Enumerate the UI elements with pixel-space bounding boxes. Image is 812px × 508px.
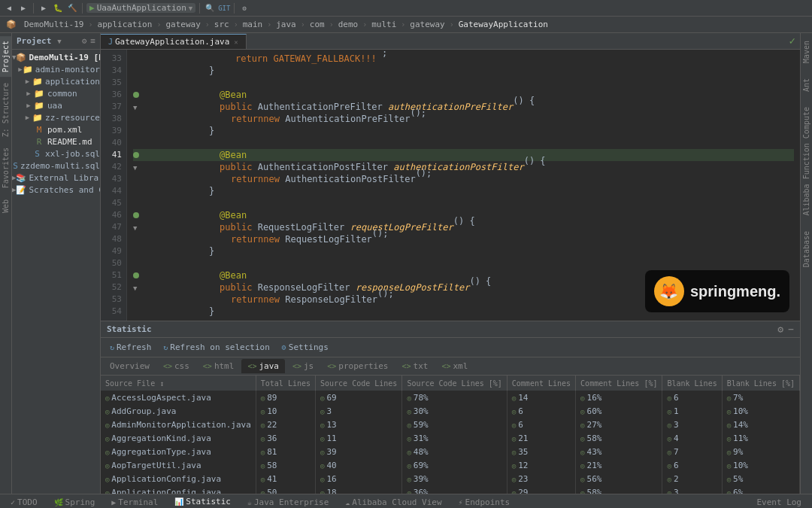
left-icon-favorites[interactable]: Favorites [0,143,11,193]
stat-tab-js[interactable]: <> js [286,359,320,373]
tree-item-zz-resource[interactable]: ▶ 📁 zz-resource [12,111,100,123]
bottom-tab-todo[interactable]: ✓ TODO [5,496,44,508]
top-toolbar: ◀ ▶ ▶ 🐛 🔨 ▶ UaaAuthApplication ▼ 🔍 GIT ⚙ [0,0,812,17]
line-36: 36 [101,89,126,101]
stat-tab-css[interactable]: <> css [157,359,195,373]
cell-comment-pct: ◎60% [576,404,662,418]
side-icon-alibaba[interactable]: Alibaba Function Compute [801,102,812,221]
gutter-36 [133,89,144,101]
tree-item-scratches[interactable]: ▶ 📝 Scratches and Consoles [12,184,100,196]
cell-comment: ◎35 [507,445,575,458]
breadcrumb-demomulti[interactable]: 📦 [3,19,20,30]
line-37: 37 [101,101,126,113]
breadcrumb-main[interactable]: main [240,19,266,30]
toolbar-icon-git[interactable]: GIT [218,2,230,14]
cell-total: ◎89 [256,391,315,404]
project-tree: ▼ 📦 DemoMulti-19 [DemoMulti] ~/Desktop/D… [12,50,100,494]
toolbar-icon-search[interactable]: 🔍 [204,2,216,14]
tree-item-readme[interactable]: R README.md [12,135,100,148]
toolbar-icon-build[interactable]: 🔨 [66,2,78,14]
stat-tab-java[interactable]: <> java [241,359,285,373]
sort-icon[interactable]: ≡ [90,36,95,46]
breadcrumb-gatewayapp[interactable]: GatewayApplication [456,19,551,30]
tree-item-zzdemo-sql[interactable]: S zzdemo-multi.sql [12,160,100,172]
breadcrumb-demomulti-label[interactable]: DemoMulti-19 [21,19,86,30]
tree-item-application[interactable]: ▶ 📁 application [12,75,100,87]
bottom-tab-statistic[interactable]: 📊 Statistic [168,495,237,508]
stat-tab-html[interactable]: <> html [197,359,241,373]
refresh-on-selection-button[interactable]: ↻ Refresh on selection [159,341,274,354]
col-comment-pct[interactable]: Comment Lines [%] [576,376,662,391]
toolbar-icon-forward[interactable]: ▶ [17,2,29,14]
tree-item-admin-monitor[interactable]: ▶ 📁 admin-monitor [12,63,100,75]
breadcrumb-src[interactable]: src [211,19,232,30]
app-label[interactable]: ▶ UaaAuthApplication ▼ [86,3,195,13]
tree-item-external-libs[interactable]: ▶ 📚 External Libraries [12,172,100,184]
statistic-table-wrapper[interactable]: Source File ↕ Total Lines Source Code Li… [101,376,800,494]
cell-blank-pct: ◎10% [722,458,799,472]
alibaba-cloud-label: Alibaba Cloud View [352,497,441,507]
toolbar-icon-back[interactable]: ◀ [3,2,15,14]
stat-settings-icon[interactable]: ⚙ [777,324,783,335]
toolbar-icon-more[interactable]: ⚙ [238,2,250,14]
breadcrumb-demo[interactable]: demo [335,19,362,30]
left-icon-project[interactable]: Project [0,36,11,77]
breadcrumb-java[interactable]: java [273,19,299,30]
breadcrumb-gateway2[interactable]: gateway [407,19,447,30]
stat-tab-properties[interactable]: <> properties [321,359,394,373]
left-icon-structure[interactable]: Z: Structure [0,78,11,141]
line-33: 33 [101,53,126,65]
breadcrumb-gateway[interactable]: gateway [162,19,203,30]
cell-src: ◎18 [316,485,402,494]
code-line-41: @Bean [133,149,794,161]
readme-label: README.md [47,137,92,147]
scratches-icon: 📝 [16,184,26,195]
tree-item-common[interactable]: ▶ 📁 common [12,87,100,99]
gear-icon[interactable]: ⚙ [82,36,87,46]
side-icon-ant[interactable]: Ant [801,74,812,96]
settings-label: Settings [289,342,329,352]
tree-item-pom[interactable]: M pom.xml [12,123,100,135]
bottom-tab-terminal[interactable]: ▶ Terminal [105,496,164,508]
col-total-lines[interactable]: Total Lines [256,376,315,391]
cell-file: ◎ApplicationConfig.java [101,485,256,494]
tab-close-icon[interactable]: ✕ [234,38,238,46]
java-enterprise-icon: ☕ [247,498,252,506]
tree-item-uaa[interactable]: ▶ 📁 uaa [12,99,100,111]
col-source-file[interactable]: Source File ↕ [101,376,256,391]
line-43: 43 [101,173,126,185]
stat-tab-txt[interactable]: <> txt [396,359,435,373]
settings-button[interactable]: ⚙ Settings [277,341,333,354]
toolbar-icon-run[interactable]: ▶ [38,2,50,14]
code-line-36: @Bean [133,89,794,101]
breadcrumb-com[interactable]: com [307,19,328,30]
cell-comment: ◎6 [507,418,575,431]
col-blank-lines[interactable]: Blank Lines [662,376,722,391]
bottom-tab-java-enterprise[interactable]: ☕ Java Enterprise [241,496,335,508]
toolbar-icon-debug[interactable]: 🐛 [52,2,64,14]
left-icon-web[interactable]: Web [0,195,11,217]
col-source-code-pct[interactable]: Source Code Lines [%] [402,376,507,391]
refresh-button[interactable]: ↻ Refresh [105,341,156,354]
project-dropdown[interactable]: ▼ [57,38,61,45]
stat-tab-xml[interactable]: <> xml [435,359,474,373]
watermark-avatar: 🦊 [654,276,684,306]
breadcrumb-multi[interactable]: multi [368,19,399,30]
tree-item-xxl-sql[interactable]: S xxl-job.sql [12,148,100,160]
bottom-tab-spring[interactable]: 🌿 Spring [48,496,102,508]
side-icon-maven[interactable]: Maven [801,36,812,68]
editor-tabs: J GatewayApplication.java ✕ [101,33,800,50]
event-log-button[interactable]: Event Log [750,496,807,508]
tree-item-root[interactable]: ▼ 📦 DemoMulti-19 [DemoMulti] ~/Desktop/D… [12,51,100,63]
col-blank-pct[interactable]: Blank Lines [%] [722,376,799,391]
line-41: 41 [101,149,126,161]
col-source-code-lines[interactable]: Source Code Lines [316,376,402,391]
side-icon-database[interactable]: Database [801,227,812,272]
stat-tab-overview[interactable]: Overview [104,359,156,373]
stat-minimize-icon[interactable]: − [788,324,794,335]
col-comment-lines[interactable]: Comment Lines [507,376,575,391]
bottom-tab-endpoints[interactable]: ⚡ Endpoints [453,496,517,508]
breadcrumb-application[interactable]: application [95,19,156,30]
editor-tab-gateway[interactable]: J GatewayApplication.java ✕ [101,34,247,49]
bottom-tab-alibaba-cloud[interactable]: ☁ Alibaba Cloud View [339,496,447,508]
